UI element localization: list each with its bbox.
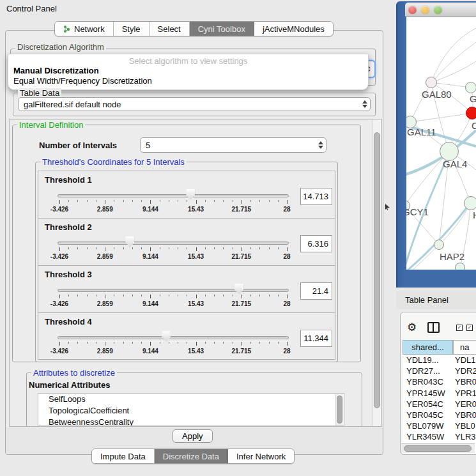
node-bottom-cut[interactable] — [455, 263, 465, 270]
node-label: GCY1 — [406, 206, 429, 217]
table-hscrollbar[interactable] — [401, 443, 475, 453]
tick-label: 15.43 — [188, 348, 204, 355]
mac-minimize-icon[interactable] — [421, 6, 429, 14]
numerical-attributes-label: Numerical Attributes — [29, 380, 110, 390]
attributes-group-title: Attributes to discretize — [31, 368, 117, 378]
node-right-mid[interactable] — [464, 196, 476, 210]
column-header-name[interactable]: na — [453, 340, 476, 355]
table-row[interactable]: YBL079WYBL0 — [403, 420, 476, 431]
tab-discretize-data[interactable]: Discretize Data — [155, 449, 228, 463]
discretization-algorithm-title: Discretization Algorithm — [15, 42, 106, 52]
panel-scrollbar-thumb[interactable] — [374, 132, 380, 408]
control-panel-titlebar: Control Panel — [0, 0, 396, 17]
network-view-canvas[interactable]: GAL80 GA C GAL11 GAL4 GCY1 H HAP2 — [406, 17, 476, 270]
mouse-cursor — [385, 204, 390, 210]
list-item[interactable]: SelfLoops — [38, 394, 344, 405]
table-hscrollbar-thumb[interactable] — [404, 445, 472, 452]
number-of-intervals-combobox[interactable]: 5 — [140, 137, 326, 153]
tick-label: 9.144 — [142, 206, 158, 213]
popup-option[interactable]: Equal Width/Frequency Discretization — [8, 75, 368, 86]
slider-thumb[interactable] — [186, 189, 195, 200]
tick-label: 21.715 — [232, 300, 252, 307]
thresholds-viewport: Threshold 1 -3.4262.8599.14415.4321.7152… — [38, 171, 335, 360]
node-label: H — [473, 210, 476, 220]
threshold-row: Threshold 3 -3.4262.8599.14415.4321.7152… — [38, 266, 335, 313]
node-unnamed-top-right[interactable] — [465, 82, 476, 93]
table-row[interactable]: YPR145WYPR1 — [403, 388, 476, 399]
tab-jactivemnodules[interactable]: jActiveMNodules — [254, 22, 333, 36]
tick-label: 9.144 — [142, 253, 158, 260]
mac-close-icon[interactable] — [408, 6, 417, 14]
table-data-combobox[interactable]: galFiltered.sif default node — [18, 97, 371, 111]
node-gal80[interactable] — [426, 77, 437, 88]
tick-label: 21.715 — [232, 206, 252, 213]
table-row[interactable]: YDL19...YDL1 — [403, 355, 476, 365]
algorithm-dropdown-popup: Select algorithm to view settings Manual… — [8, 54, 369, 90]
table-data-title: Table Data — [18, 88, 61, 98]
node-selected-red[interactable] — [466, 107, 476, 119]
network-icon — [63, 25, 70, 33]
control-panel-tabbar: NetworkStyleSelectCyni ToolboxjActiveMNo… — [54, 21, 334, 36]
split-columns-icon[interactable] — [427, 322, 440, 333]
tab-impute-data[interactable]: Impute Data — [92, 449, 155, 463]
tab-network[interactable]: Network — [55, 22, 114, 36]
threshold-value-field[interactable]: 21.4 — [300, 282, 332, 300]
threshold-value-field[interactable]: 6.316 — [300, 235, 332, 252]
numerical-attributes-list[interactable]: SelfLoopsTopologicalCoefficientBetweenne… — [38, 393, 344, 426]
popup-options: Manual DiscretizationEqual Width/Frequen… — [8, 65, 368, 86]
table-data-combo-value: galFiltered.sif default node — [19, 100, 360, 109]
mac-zoom-icon[interactable] — [434, 6, 442, 14]
tick-label: 28 — [283, 300, 290, 307]
tick-label: 2.859 — [97, 253, 113, 260]
list-scrollbar-thumb[interactable] — [337, 395, 342, 424]
table-row[interactable]: YLR345WYLR3 — [403, 431, 476, 442]
tick-label: 21.715 — [232, 253, 252, 260]
checkbox-checked-icon[interactable]: ✓ — [456, 325, 463, 331]
list-scrollbar[interactable] — [335, 394, 343, 426]
tick-label: 2.859 — [97, 300, 113, 307]
checkbox-checked-icon[interactable]: ✓ — [466, 325, 473, 331]
tick-label: 28 — [283, 206, 290, 213]
slider-thumb[interactable] — [125, 236, 134, 247]
tab-select[interactable]: Select — [150, 22, 190, 36]
table-row[interactable]: YDR27...YDR2 — [403, 365, 476, 376]
table-panel-title: Table Panel — [405, 295, 449, 305]
table-panel-titlebar: Table Panel — [396, 291, 476, 309]
node-label: C — [472, 120, 476, 131]
tick-label: 15.43 — [188, 206, 204, 213]
tick-label: 28 — [283, 253, 290, 260]
tick-label: 15.43 — [188, 253, 204, 260]
column-header-shared[interactable]: shared... — [403, 340, 453, 355]
node-label: GAL80 — [422, 89, 452, 100]
threshold-value-field[interactable]: 14.713 — [300, 188, 332, 205]
tick-label: 2.859 — [97, 348, 113, 355]
threshold-row: Threshold 4 -3.4262.8599.14415.4321.7152… — [38, 313, 335, 360]
tab-infer-network[interactable]: Infer Network — [228, 449, 294, 463]
network-edges — [406, 17, 476, 270]
settings-gear-icon[interactable]: ⚙ — [407, 321, 417, 334]
tab-cyni-toolbox[interactable]: Cyni Toolbox — [190, 22, 254, 36]
panel-scrollbar[interactable] — [372, 119, 381, 426]
list-item[interactable]: TopologicalCoefficient — [38, 405, 344, 417]
threshold-row: Threshold 2 -3.4262.8599.14415.4321.7152… — [38, 219, 335, 266]
threshold-value-field[interactable]: 11.344 — [300, 330, 332, 347]
slider-thumb[interactable] — [234, 284, 243, 295]
tick-label: 9.144 — [142, 348, 158, 355]
table-row[interactable]: YBR045CYBR0 — [403, 410, 476, 420]
apply-button[interactable]: Apply — [173, 429, 213, 443]
tick-label: 15.43 — [188, 300, 204, 307]
tab-style[interactable]: Style — [114, 22, 150, 36]
popup-hint-text: Select algorithm to view settings — [8, 54, 368, 65]
table-rows: YDL19...YDL1YDR27...YDR2YBR043CYBR0YPR14… — [403, 355, 476, 454]
popup-option[interactable]: Manual Discretization — [8, 65, 368, 75]
settings-scrollpane: Interval Definition Number of Intervals … — [9, 119, 382, 427]
node-hap2[interactable] — [434, 240, 444, 250]
window-title: Control Panel — [6, 4, 57, 13]
table-row[interactable]: YER054CYER0 — [403, 399, 476, 410]
table-row[interactable]: YBR043CYBR0 — [403, 376, 476, 387]
interval-definition-title: Interval Definition — [17, 120, 85, 130]
slider-thumb[interactable] — [162, 331, 171, 342]
cyni-bottom-tabbar: Impute DataDiscretize DataInfer Network — [91, 449, 295, 464]
tick-label: -3.426 — [50, 253, 68, 260]
list-item[interactable]: BetweennessCentrality — [38, 417, 344, 426]
